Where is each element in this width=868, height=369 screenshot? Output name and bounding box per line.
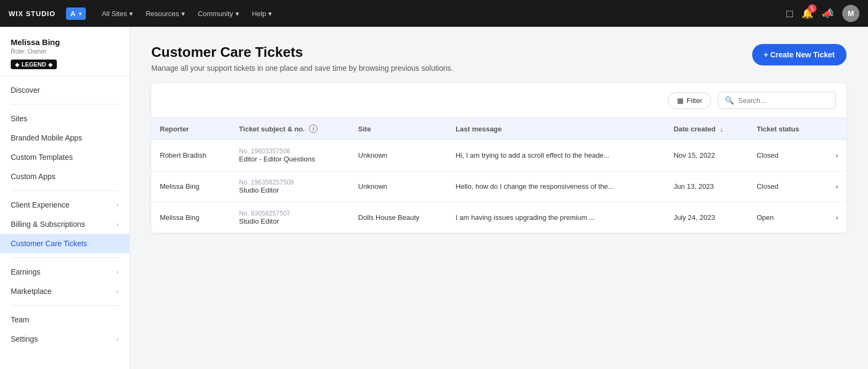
sidebar-item-custom-apps[interactable]: Custom Apps xyxy=(0,167,129,186)
sidebar-divider-3 xyxy=(11,257,119,258)
chevron-right-icon: › xyxy=(116,288,119,294)
ticket-subject: Studio Editor xyxy=(239,217,279,225)
site-cell[interactable]: Dolls House Beauty xyxy=(350,202,447,233)
sidebar-item-custom-templates[interactable]: Custom Templates xyxy=(0,147,129,167)
search-input[interactable] xyxy=(738,97,829,105)
sidebar-user-badge: ◆ LEGEND ◆ xyxy=(11,60,57,69)
create-new-ticket-button[interactable]: + Create New Ticket xyxy=(752,44,847,65)
table-row: Melissa Bing No. 83058257507 Studio Edit… xyxy=(151,202,847,233)
status-cell: Open xyxy=(748,202,822,233)
date-created-cell: Jun 13, 2023 xyxy=(665,171,748,202)
last-message-cell: I am having issues upgrading the premium… xyxy=(447,202,665,233)
main-content: Customer Care Tickets Manage all your su… xyxy=(130,27,868,369)
status-cell: Closed xyxy=(748,171,822,202)
sidebar: Melissa Bing Role: Owner ◆ LEGEND ◆ Disc… xyxy=(0,27,130,369)
site-cell: Unknown xyxy=(350,171,447,202)
wix-studio-logo: WIX STUDIO xyxy=(9,10,55,18)
top-navigation: WIX STUDIO A ▾ All Sites ▾ Resources ▾ C… xyxy=(0,0,868,27)
sidebar-item-customer-care-tickets[interactable]: Customer Care Tickets xyxy=(0,234,129,253)
sidebar-nav: Discover Sites Branded Mobile Apps Custo… xyxy=(0,76,129,369)
reporter-cell: Robert Bradish xyxy=(151,140,231,171)
diamond-icon-right: ◆ xyxy=(48,62,53,68)
sidebar-item-discover[interactable]: Discover xyxy=(0,80,129,100)
page-title-section: Customer Care Tickets Manage all your su… xyxy=(151,44,453,72)
sidebar-user-name: Melissa Bing xyxy=(11,38,119,47)
site-cell: Unknown xyxy=(350,140,447,171)
col-ticket-subject: Ticket subject & no. i xyxy=(231,118,350,140)
table-header: Reporter Ticket subject & no. i Site xyxy=(151,118,847,140)
col-actions xyxy=(822,118,847,140)
account-chevron: ▾ xyxy=(79,11,82,17)
reporter-cell: Melissa Bing xyxy=(151,171,231,202)
reporter-cell: Melissa Bing xyxy=(151,202,231,233)
date-created-cell: July 24, 2023 xyxy=(665,202,748,233)
sidebar-item-settings[interactable]: Settings › xyxy=(0,329,129,349)
chevron-right-icon: › xyxy=(116,269,119,275)
row-expand-chevron[interactable]: › xyxy=(822,140,847,171)
row-expand-chevron[interactable]: › xyxy=(822,171,847,202)
filter-bar: ▦ Filter 🔍 xyxy=(151,83,847,118)
sidebar-divider-2 xyxy=(11,190,119,191)
sidebar-user-role: Role: Owner xyxy=(11,48,119,55)
page-title: Customer Care Tickets xyxy=(151,44,453,61)
table-row: Melissa Bing No. 196358257508 Studio Edi… xyxy=(151,171,847,202)
nav-community[interactable]: Community ▾ xyxy=(193,6,245,21)
page-subtitle: Manage all your support tickets in one p… xyxy=(151,64,453,72)
account-switcher[interactable]: A ▾ xyxy=(66,8,85,20)
user-avatar[interactable]: M xyxy=(842,5,859,22)
search-icon: 🔍 xyxy=(725,96,734,105)
megaphone-icon[interactable]: 📣 xyxy=(822,8,834,19)
table-row: Robert Bradish No. 19603357508 Editor - … xyxy=(151,140,847,171)
sidebar-user-info: Melissa Bing Role: Owner ◆ LEGEND ◆ xyxy=(0,27,129,76)
ticket-subject: Editor - Editor Questions xyxy=(239,155,315,163)
ticket-number: No. 19603357508 xyxy=(239,147,341,155)
col-date-created[interactable]: Date created ↓ xyxy=(665,118,748,140)
last-message-cell: Hi, I am trying to add a scroll effect t… xyxy=(447,140,665,171)
sidebar-item-billing-subscriptions[interactable]: Billing & Subscriptions › xyxy=(0,215,129,234)
account-letter: A xyxy=(70,10,75,18)
page-header: Customer Care Tickets Manage all your su… xyxy=(130,27,868,83)
filter-button[interactable]: ▦ Filter xyxy=(668,92,711,109)
sidebar-item-sites[interactable]: Sites xyxy=(0,109,129,128)
sidebar-item-earnings[interactable]: Earnings › xyxy=(0,262,129,282)
col-last-message: Last message xyxy=(447,118,665,140)
nav-links: All Sites ▾ Resources ▾ Community ▾ Help… xyxy=(97,6,278,21)
sidebar-item-client-experience[interactable]: Client Experience › xyxy=(0,195,129,215)
status-cell: Closed xyxy=(748,140,822,171)
chevron-right-icon: › xyxy=(116,336,119,342)
sidebar-item-marketplace[interactable]: Marketplace › xyxy=(0,282,129,301)
col-site: Site xyxy=(350,118,447,140)
sort-arrow-icon: ↓ xyxy=(720,125,724,133)
ticket-number: No. 196358257508 xyxy=(239,179,341,186)
nav-resources[interactable]: Resources ▾ xyxy=(141,6,190,21)
ticket-subject: Studio Editor xyxy=(239,186,279,194)
chevron-right-icon: › xyxy=(116,221,119,227)
date-created-cell: Nov 15, 2022 xyxy=(665,140,748,171)
nav-right-controls: □ 🔔 5 📣 M xyxy=(786,5,859,22)
sidebar-divider-1 xyxy=(11,104,119,105)
ticket-number: No. 83058257507 xyxy=(239,210,341,217)
info-icon[interactable]: i xyxy=(309,124,318,133)
sidebar-divider-4 xyxy=(11,305,119,306)
tickets-table: Reporter Ticket subject & no. i Site xyxy=(151,118,847,233)
sidebar-item-team[interactable]: Team xyxy=(0,310,129,329)
notification-count: 5 xyxy=(808,4,816,13)
tickets-container: ▦ Filter 🔍 Reporter xyxy=(151,83,847,233)
last-message-cell: Hello, how do I change the responsivenes… xyxy=(447,171,665,202)
main-layout: Melissa Bing Role: Owner ◆ LEGEND ◆ Disc… xyxy=(0,27,868,369)
chevron-right-icon: › xyxy=(116,202,119,208)
ticket-subject-cell: No. 83058257507 Studio Editor xyxy=(231,202,350,233)
col-reporter: Reporter xyxy=(151,118,231,140)
row-expand-chevron[interactable]: › xyxy=(822,202,847,233)
notifications-icon[interactable]: 🔔 5 xyxy=(801,8,813,19)
nav-help[interactable]: Help ▾ xyxy=(247,6,278,21)
nav-all-sites[interactable]: All Sites ▾ xyxy=(97,6,138,21)
search-box: 🔍 xyxy=(718,92,836,109)
col-ticket-status: Ticket status xyxy=(748,118,822,140)
ticket-subject-cell: No. 196358257508 Studio Editor xyxy=(231,171,350,202)
chat-icon[interactable]: □ xyxy=(786,8,793,20)
tickets-tbody: Robert Bradish No. 19603357508 Editor - … xyxy=(151,140,847,233)
filter-icon: ▦ xyxy=(677,97,683,105)
diamond-icon: ◆ xyxy=(15,62,19,68)
sidebar-item-branded-mobile-apps[interactable]: Branded Mobile Apps xyxy=(0,128,129,147)
